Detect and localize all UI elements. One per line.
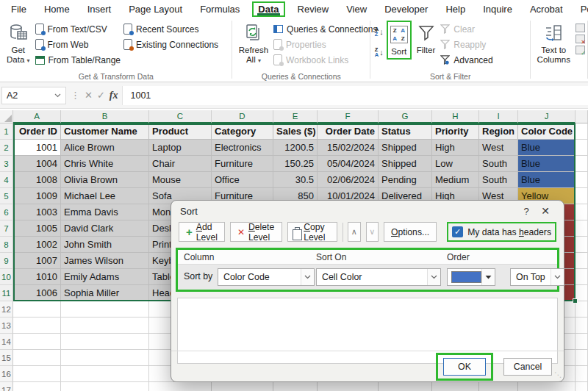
column-header[interactable]: C: [149, 110, 212, 123]
tab-data[interactable]: Data: [252, 1, 284, 17]
cell[interactable]: [576, 301, 588, 318]
order-position-dropdown[interactable]: On Top: [510, 268, 564, 286]
cell[interactable]: James Wilson: [61, 253, 149, 269]
tab-developer[interactable]: Developer: [379, 2, 433, 16]
cell[interactable]: [576, 188, 588, 204]
cell[interactable]: 1004: [13, 156, 61, 172]
cell[interactable]: Emma Davis: [61, 204, 149, 220]
tab-acrobat[interactable]: Acrobat: [525, 2, 568, 16]
cell[interactable]: West: [479, 140, 518, 156]
row-header[interactable]: 13: [0, 318, 13, 334]
cell[interactable]: [61, 301, 149, 318]
my-data-has-headers-checkbox[interactable]: ✓: [452, 226, 463, 237]
row-header[interactable]: 15: [0, 350, 13, 366]
cell[interactable]: [576, 220, 588, 237]
cell[interactable]: Emily Adams: [61, 269, 149, 285]
cell[interactable]: Shipped: [379, 156, 432, 172]
cell[interactable]: Blue: [518, 140, 576, 156]
cell[interactable]: Sales ($): [273, 123, 318, 140]
cell[interactable]: South: [479, 156, 518, 172]
row-header[interactable]: 14: [0, 334, 13, 350]
copy-level-button[interactable]: Copy Level: [287, 222, 337, 242]
cell[interactable]: 15/02/2024: [318, 140, 379, 156]
tab-insert[interactable]: Insert: [82, 2, 117, 16]
tab-page-layout[interactable]: Page Layout: [123, 2, 187, 16]
cell[interactable]: Status: [379, 123, 432, 140]
cell[interactable]: Priority: [432, 123, 479, 140]
cell[interactable]: [61, 350, 149, 366]
name-box-splitter[interactable]: ⋮: [71, 90, 80, 101]
cell[interactable]: [61, 334, 149, 350]
text-to-columns-button[interactable]: Text to Columns: [535, 21, 573, 66]
row-header[interactable]: 3: [0, 156, 13, 172]
row-header[interactable]: 5: [0, 188, 13, 204]
move-up-button[interactable]: ∧: [348, 222, 360, 242]
cell[interactable]: Office: [212, 172, 273, 188]
cell[interactable]: [576, 350, 588, 366]
close-icon[interactable]: ✕: [536, 205, 555, 217]
cancel-entry-icon[interactable]: ✕: [85, 90, 93, 101]
cell[interactable]: Alice Brown: [61, 140, 149, 156]
cell[interactable]: 1005: [13, 220, 61, 237]
sort-button[interactable]: ZAAZ Sort: [388, 22, 410, 58]
move-down-button[interactable]: ∨: [366, 222, 379, 242]
cell[interactable]: Furniture: [212, 156, 273, 172]
cell[interactable]: Order Date: [318, 123, 379, 140]
cell[interactable]: [61, 382, 149, 391]
row-header[interactable]: 10: [0, 269, 13, 285]
cell[interactable]: John Smith: [61, 237, 149, 253]
cell[interactable]: [13, 318, 61, 334]
tab-help[interactable]: Help: [440, 2, 470, 16]
filter-button[interactable]: Filter: [415, 21, 438, 57]
from-text-csv-button[interactable]: From Text/CSV: [35, 22, 121, 36]
resize-grip[interactable]: ⋰: [554, 372, 562, 379]
cell[interactable]: [13, 350, 61, 366]
add-level-button[interactable]: + Add Level: [179, 222, 225, 242]
cell[interactable]: High: [432, 140, 479, 156]
tab-view[interactable]: View: [341, 2, 372, 16]
cell[interactable]: 30.5: [273, 172, 318, 188]
cell[interactable]: 1001: [13, 140, 61, 156]
cell[interactable]: [576, 156, 588, 172]
cell[interactable]: [13, 334, 61, 350]
cell[interactable]: 05/04/2024: [318, 156, 379, 172]
cell[interactable]: Laptop: [149, 140, 212, 156]
remove-duplicates-icon[interactable]: [576, 35, 585, 43]
column-header[interactable]: D: [212, 110, 273, 123]
cell[interactable]: 1003: [13, 204, 61, 220]
cell[interactable]: 1002: [13, 237, 61, 253]
column-header[interactable]: [576, 110, 588, 123]
sort-on-dropdown[interactable]: Cell Color: [316, 268, 441, 286]
cell[interactable]: Product: [149, 123, 212, 140]
column-header[interactable]: J: [518, 110, 576, 123]
column-header[interactable]: H: [432, 110, 479, 123]
row-header[interactable]: 12: [0, 301, 13, 318]
enter-entry-icon[interactable]: ✓: [97, 90, 105, 101]
cell[interactable]: Region: [479, 123, 518, 140]
cell[interactable]: Customer Name: [61, 123, 149, 140]
cell[interactable]: [518, 382, 576, 391]
advanced-filter-button[interactable]: Advanced: [440, 53, 492, 67]
insert-function-icon[interactable]: fx: [110, 90, 118, 101]
cell[interactable]: [13, 301, 61, 318]
column-header[interactable]: F: [318, 110, 379, 123]
help-button[interactable]: ?: [517, 206, 536, 217]
cell[interactable]: Category: [212, 123, 273, 140]
cell[interactable]: Order ID: [13, 123, 61, 140]
cell[interactable]: 1009: [13, 188, 61, 204]
cell[interactable]: 1008: [13, 172, 61, 188]
cell[interactable]: [318, 382, 379, 391]
cell[interactable]: Blue: [518, 172, 576, 188]
cell[interactable]: [13, 366, 61, 382]
sort-za-button[interactable]: ZA↓: [375, 44, 384, 60]
row-header[interactable]: 2: [0, 140, 13, 156]
cell[interactable]: [576, 172, 588, 188]
cell[interactable]: Medium: [432, 172, 479, 188]
cell[interactable]: Sophia Miller: [61, 285, 149, 301]
from-web-button[interactable]: From Web: [35, 37, 121, 51]
cell[interactable]: 150.25: [273, 156, 318, 172]
tab-inquire[interactable]: Inquire: [478, 2, 517, 16]
column-header[interactable]: G: [379, 110, 432, 123]
row-header[interactable]: 9: [0, 253, 13, 269]
cell[interactable]: [576, 140, 588, 156]
